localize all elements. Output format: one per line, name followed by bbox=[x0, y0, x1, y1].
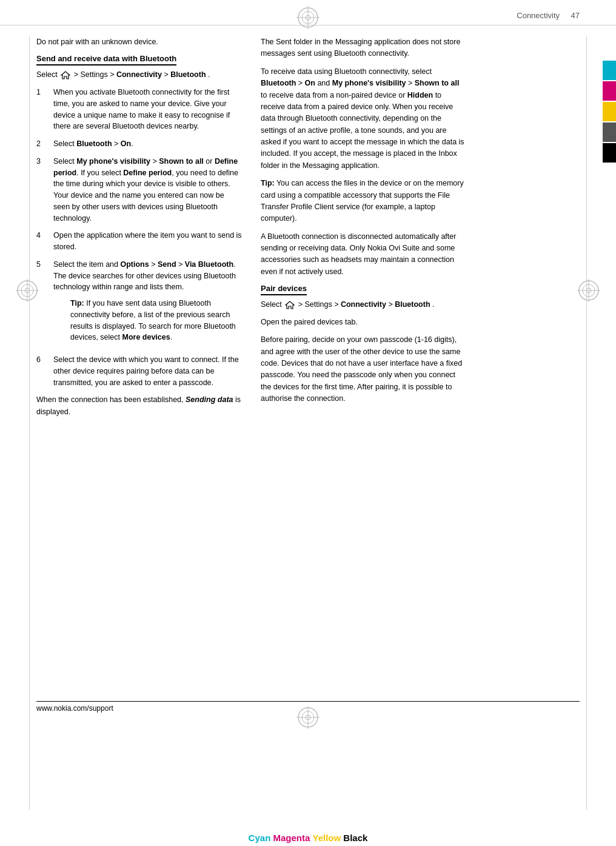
color-label-yellow: Yellow bbox=[312, 833, 341, 843]
color-label-black: Black bbox=[343, 833, 367, 843]
receive-prefix: To receive data using Bluetooth connecti… bbox=[261, 67, 432, 76]
receive-arrow2: > bbox=[406, 79, 415, 87]
step-content-5: Select the item and Options > Send > Via… bbox=[53, 259, 243, 348]
color-bar-cyan bbox=[603, 61, 616, 80]
receive-text3: to receive data from a paired device onl… bbox=[261, 91, 464, 170]
sent-folder-para: The Sent folder in the Messaging applica… bbox=[261, 36, 467, 60]
top-target-icon bbox=[296, 6, 320, 31]
step-6: 6 Select the device with which you want … bbox=[36, 354, 243, 388]
mid-left-target-icon bbox=[16, 279, 39, 304]
step-5: 5 Select the item and Options > Send > V… bbox=[36, 259, 243, 348]
receive-para: To receive data using Bluetooth connecti… bbox=[261, 66, 467, 172]
right-tip-label: Tip: bbox=[261, 179, 275, 187]
color-label-cyan: Cyan bbox=[249, 833, 271, 843]
steps-list: 1 When you activate Bluetooth connectivi… bbox=[36, 87, 243, 388]
step3-mid1: > bbox=[150, 157, 159, 166]
nav-bluetooth: Bluetooth bbox=[170, 70, 206, 79]
nav-select: Select bbox=[36, 70, 58, 79]
receive-arrow1: > bbox=[296, 79, 304, 87]
receive-text1: and bbox=[315, 79, 332, 87]
auto-disconnect-para: A Bluetooth connection is disconnected a… bbox=[261, 231, 467, 278]
step2-bold1: Bluetooth bbox=[76, 139, 112, 148]
bottom-target-icon bbox=[296, 706, 320, 731]
step2-bold2: On bbox=[121, 139, 131, 148]
step-content-4: Open the application where the item you … bbox=[53, 230, 243, 253]
step5-tip: Tip: If you have sent data using Bluetoo… bbox=[70, 298, 243, 343]
step-num-4: 4 bbox=[36, 230, 47, 253]
step-num-3: 3 bbox=[36, 156, 47, 224]
page-container: Connectivity 47 Do not pair with an unkn… bbox=[0, 0, 616, 846]
mid-right-target-icon bbox=[577, 279, 600, 304]
color-bar-dark bbox=[603, 123, 616, 142]
nav2-connectivity: Connectivity bbox=[341, 300, 386, 309]
vert-line-right bbox=[586, 36, 587, 810]
nav2-suffix: . bbox=[432, 300, 434, 309]
nav-line-1: Select > Settings > Connectivity > Bluet… bbox=[36, 69, 243, 81]
step-2: 2 Select Bluetooth > On. bbox=[36, 138, 243, 150]
right-column: The Sent folder in the Messaging applica… bbox=[261, 36, 467, 424]
step5-bold3: Via Bluetooth bbox=[185, 260, 233, 269]
nav-arrow2: > bbox=[110, 70, 116, 79]
step5-mid: > bbox=[149, 260, 158, 269]
closing-bold: Sending data bbox=[186, 395, 233, 404]
color-bar bbox=[603, 61, 616, 163]
step5-mid2: > bbox=[176, 260, 185, 269]
page-number: 47 bbox=[571, 11, 580, 20]
nav2-arrow3: > bbox=[388, 300, 395, 309]
nav-connectivity: Connectivity bbox=[116, 70, 162, 79]
step-num-2: 2 bbox=[36, 138, 47, 150]
footer-url: www.nokia.com/support bbox=[36, 704, 113, 713]
step3-bold4: Define period bbox=[123, 169, 172, 177]
step-4: 4 Open the application where the item yo… bbox=[36, 230, 243, 253]
step2-suffix: . bbox=[131, 139, 133, 148]
step-3: 3 Select My phone's visibility > Shown t… bbox=[36, 156, 243, 224]
step2-mid: > bbox=[112, 139, 121, 148]
step5-bold1: Options bbox=[120, 260, 149, 269]
home-icon-2 bbox=[285, 301, 295, 309]
closing-prefix: When the connection has been established… bbox=[36, 395, 186, 404]
step3-prefix: Select bbox=[53, 157, 76, 166]
receive-bold4: Shown to all bbox=[415, 79, 460, 87]
left-column: Do not pair with an unknown device. Send… bbox=[36, 36, 243, 424]
main-content: Do not pair with an unknown device. Send… bbox=[0, 25, 616, 424]
step-content-6: Select the device with which you want to… bbox=[53, 354, 243, 388]
section2-heading: Pair devices bbox=[261, 284, 307, 295]
step3-bold1: My phone's visibility bbox=[76, 157, 150, 166]
step-content-1: When you activate Bluetooth connectivity… bbox=[53, 87, 243, 132]
home-icon bbox=[61, 71, 70, 79]
section1-heading: Send and receive data with Bluetooth bbox=[36, 54, 176, 65]
step-1: 1 When you activate Bluetooth connectivi… bbox=[36, 87, 243, 132]
step-content-2: Select Bluetooth > On. bbox=[53, 138, 243, 150]
nav-arrow3: > bbox=[164, 70, 170, 79]
step5-tip-label: Tip: bbox=[70, 299, 84, 307]
step5-tip-suffix: . bbox=[170, 333, 172, 341]
nav-settings: Settings bbox=[81, 70, 108, 79]
nav2-settings: Settings bbox=[305, 300, 332, 309]
color-bar-magenta bbox=[603, 81, 616, 101]
step3-bold2: Shown to all bbox=[159, 157, 204, 166]
nav2-arrow2: > bbox=[334, 300, 341, 309]
nav-arrow1: > bbox=[74, 70, 81, 79]
right-tip-block: Tip: You can access the files in the dev… bbox=[261, 178, 467, 225]
step3-mid2: or bbox=[204, 157, 215, 166]
step5-bold2: Send bbox=[158, 260, 176, 269]
nav2-arrow1: > bbox=[298, 300, 305, 309]
receive-bold2: On bbox=[305, 79, 315, 87]
receive-bold5: Hidden bbox=[407, 91, 433, 99]
vert-line-left bbox=[29, 36, 30, 810]
step5-tip-bold: More devices bbox=[122, 333, 170, 341]
open-paired-para: Open the paired devices tab. bbox=[261, 317, 467, 328]
right-tip-text: You can access the files in the device o… bbox=[261, 179, 464, 223]
nav-line-2: Select > Settings > Connectivity > Bluet… bbox=[261, 299, 467, 311]
step-num-6: 6 bbox=[36, 354, 47, 388]
closing-para: When the connection has been established… bbox=[36, 394, 243, 418]
receive-bold1: Bluetooth bbox=[261, 79, 296, 87]
nav-suffix: . bbox=[208, 70, 210, 79]
step5-prefix: Select the item and bbox=[53, 260, 120, 269]
page-spacer bbox=[560, 11, 568, 20]
nav2-bluetooth: Bluetooth bbox=[395, 300, 430, 309]
step-num-1: 1 bbox=[36, 87, 47, 132]
before-pairing-para: Before pairing, decide on your own passc… bbox=[261, 334, 467, 405]
step3-suffix: . If you select bbox=[76, 169, 123, 177]
intro-para: Do not pair with an unknown device. bbox=[36, 36, 243, 48]
